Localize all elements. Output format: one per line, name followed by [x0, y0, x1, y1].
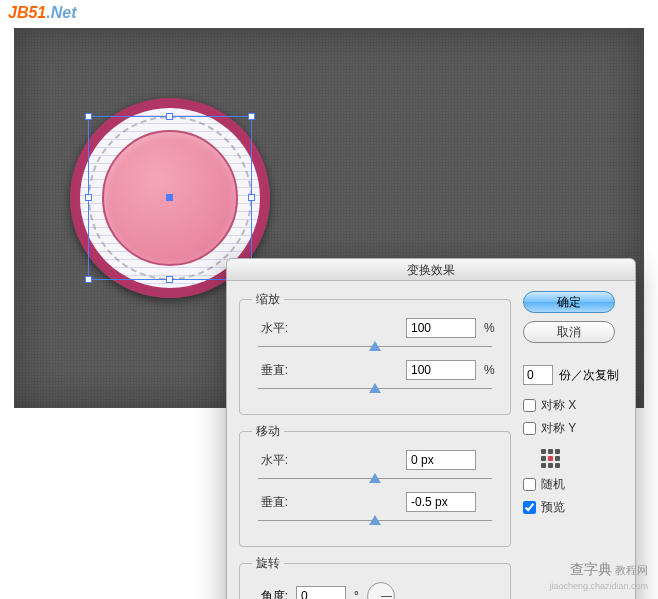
ok-button[interactable]: 确定	[523, 291, 615, 313]
scale-h-input[interactable]	[406, 318, 476, 338]
random-label: 随机	[541, 476, 565, 493]
move-group: 移动 水平: 垂直:	[239, 423, 511, 547]
watermark-bottom-right: 查字典 教程网 jiaocheng.chazidian.com	[549, 560, 648, 593]
scale-h-unit: %	[484, 321, 498, 335]
dialog-title[interactable]: 变换效果	[227, 259, 635, 281]
angle-dial[interactable]	[367, 582, 395, 599]
cancel-button[interactable]: 取消	[523, 321, 615, 343]
move-h-label: 水平:	[252, 452, 288, 469]
reflect-y-label: 对称 Y	[541, 420, 576, 437]
move-h-slider[interactable]	[258, 472, 492, 486]
copies-label: 份／次复制	[559, 367, 619, 384]
move-v-slider[interactable]	[258, 514, 492, 528]
move-h-input[interactable]	[406, 450, 476, 470]
rotate-input[interactable]	[296, 586, 346, 599]
scale-h-label: 水平:	[252, 320, 288, 337]
move-v-input[interactable]	[406, 492, 476, 512]
watermark-top-left: JB51.Net	[8, 4, 76, 22]
rotate-group: 旋转 角度: °	[239, 555, 511, 599]
scale-v-slider[interactable]	[258, 382, 492, 396]
badge-center-circle	[102, 130, 238, 266]
scale-v-input[interactable]	[406, 360, 476, 380]
reflect-x-checkbox[interactable]	[523, 399, 536, 412]
rotate-degree: °	[354, 589, 359, 599]
move-v-label: 垂直:	[252, 494, 288, 511]
scale-v-unit: %	[484, 363, 498, 377]
reflect-y-checkbox[interactable]	[523, 422, 536, 435]
scale-group: 缩放 水平: % 垂直: %	[239, 291, 511, 415]
scale-h-slider[interactable]	[258, 340, 492, 354]
scale-v-label: 垂直:	[252, 362, 288, 379]
transform-effect-dialog: 变换效果 缩放 水平: % 垂直: % 移动	[226, 258, 636, 599]
random-checkbox[interactable]	[523, 478, 536, 491]
scale-legend: 缩放	[252, 291, 284, 308]
copies-input[interactable]	[523, 365, 553, 385]
reflect-x-label: 对称 X	[541, 397, 576, 414]
reference-point-grid[interactable]	[541, 449, 560, 468]
rotate-label: 角度:	[252, 588, 288, 600]
rotate-legend: 旋转	[252, 555, 284, 572]
preview-label: 预览	[541, 499, 565, 516]
move-legend: 移动	[252, 423, 284, 440]
preview-checkbox[interactable]	[523, 501, 536, 514]
